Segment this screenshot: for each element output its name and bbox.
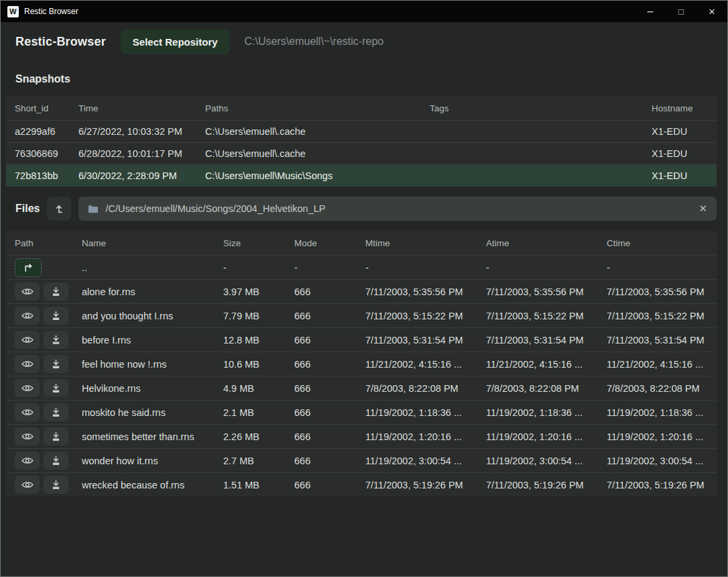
eye-icon	[21, 480, 34, 489]
file-size: 10.6 MB	[223, 359, 294, 370]
download-file-button[interactable]	[44, 282, 68, 301]
file-atime: 7/8/2003, 8:22:08 PM	[486, 383, 607, 394]
download-file-button[interactable]	[44, 452, 68, 470]
file-atime: 11/19/2002, 3:00:54 ...	[486, 456, 607, 466]
snapshots-section-title: Snapshots	[15, 73, 717, 85]
file-row: moskito he said.rns 2.1 MB 666 11/19/200…	[6, 400, 717, 424]
download-file-button[interactable]	[44, 427, 68, 445]
preview-file-button[interactable]	[15, 331, 40, 349]
maximize-button[interactable]: □	[666, 1, 696, 22]
preview-file-button[interactable]	[15, 379, 40, 397]
eye-icon	[21, 287, 34, 296]
window-controls: – □ ✕	[635, 1, 727, 22]
snapshot-time: 6/28/2022, 10:01:17 PM	[78, 148, 205, 159]
file-name: wonder how it.rns	[82, 456, 223, 466]
preview-file-button[interactable]	[15, 282, 40, 301]
file-mode: 666	[294, 383, 365, 394]
preview-file-button[interactable]	[15, 403, 40, 421]
close-button[interactable]: ✕	[696, 1, 727, 22]
eye-icon	[21, 408, 34, 417]
column-header-mode: Mode	[294, 238, 365, 248]
select-repository-button[interactable]: Select Repository	[121, 30, 230, 54]
file-mode: -	[294, 262, 365, 273]
column-header-mtime: Mtime	[365, 238, 486, 248]
column-header-name: Name	[82, 238, 223, 248]
download-file-button[interactable]	[44, 476, 68, 494]
file-ctime: 11/19/2002, 1:20:16 ...	[607, 431, 717, 442]
app-window: W Restic Browser – □ ✕ Restic-Browser Se…	[0, 0, 728, 577]
file-path-field[interactable]: /C/Users/emuell/Music/Songs/2004_Helveti…	[78, 197, 717, 221]
file-size: 2.26 MB	[223, 431, 294, 442]
snapshot-time: 6/30/2022, 2:28:09 PM	[78, 170, 205, 181]
preview-file-button[interactable]	[15, 452, 40, 470]
file-ctime: 7/11/2003, 5:35:56 PM	[607, 286, 717, 297]
snapshot-short-id: 76306869	[15, 148, 78, 159]
file-mtime: 7/11/2003, 5:31:54 PM	[365, 335, 486, 346]
file-atime: -	[486, 262, 607, 273]
column-header-path: Path	[15, 238, 82, 248]
download-file-button[interactable]	[44, 355, 68, 373]
snapshot-paths: C:\Users\emuell\Music\Songs	[205, 170, 430, 181]
file-size: 1.51 MB	[223, 480, 294, 490]
file-mode: 666	[294, 311, 365, 321]
file-mtime: 7/11/2003, 5:35:56 PM	[365, 286, 486, 297]
file-mode: 666	[294, 407, 365, 418]
download-file-button[interactable]	[44, 403, 68, 421]
file-size: 4.9 MB	[223, 383, 294, 394]
download-file-button[interactable]	[44, 379, 68, 397]
preview-file-button[interactable]	[15, 476, 40, 494]
file-ctime: 11/21/2002, 4:15:16 ...	[607, 359, 717, 370]
file-mtime: 7/11/2003, 5:19:26 PM	[365, 480, 486, 490]
path-up-button[interactable]	[47, 197, 71, 221]
file-size: 2.7 MB	[223, 456, 294, 466]
page-title: Restic-Browser	[15, 35, 106, 49]
file-size: 3.97 MB	[223, 286, 294, 297]
file-name: feel home now !.rns	[82, 359, 223, 370]
eye-icon	[21, 456, 34, 465]
column-header-atime: Atime	[486, 238, 607, 248]
file-atime: 11/19/2002, 1:18:36 ...	[486, 407, 607, 418]
column-header-size: Size	[223, 238, 294, 248]
file-mtime: 11/19/2002, 3:00:54 ...	[365, 456, 486, 466]
snapshot-paths: C:\Users\emuell\.cache	[205, 126, 430, 137]
parent-directory-row: .. - - - - -	[6, 255, 717, 279]
column-header-hostname: Hostname	[652, 103, 717, 113]
download-icon	[51, 311, 61, 321]
file-size: 2.1 MB	[223, 407, 294, 418]
clear-path-button[interactable]: ✕	[699, 203, 707, 215]
file-name: Helvikone.rns	[82, 383, 223, 394]
file-mode: 666	[294, 480, 365, 490]
download-file-button[interactable]	[44, 331, 68, 349]
snapshot-short-id: a2299af6	[15, 126, 78, 137]
main-content: Snapshots Short_id Time Paths Tags Hostn…	[1, 61, 727, 496]
file-size: -	[223, 262, 294, 273]
eye-icon	[21, 311, 34, 320]
go-to-parent-button[interactable]	[15, 258, 42, 277]
eye-icon	[21, 384, 34, 392]
download-icon	[51, 407, 61, 417]
minimize-button[interactable]: –	[635, 1, 666, 22]
file-mtime: 11/19/2002, 1:20:16 ...	[365, 431, 486, 442]
preview-file-button[interactable]	[15, 427, 40, 445]
file-ctime: 7/8/2003, 8:22:08 PM	[607, 383, 717, 394]
file-mode: 666	[294, 335, 365, 346]
titlebar: W Restic Browser – □ ✕	[1, 1, 727, 22]
file-name: sometimes better than.rns	[82, 431, 223, 442]
file-mtime: 11/19/2002, 1:18:36 ...	[365, 407, 486, 418]
download-icon	[51, 431, 61, 441]
snapshot-paths: C:\Users\emuell\.cache	[205, 148, 430, 159]
file-row: sometimes better than.rns 2.26 MB 666 11…	[6, 424, 717, 448]
snapshot-row[interactable]: 76306869 6/28/2022, 10:01:17 PM C:\Users…	[6, 142, 717, 164]
download-file-button[interactable]	[44, 307, 68, 325]
file-row: and you thought I.rns 7.79 MB 666 7/11/2…	[6, 303, 717, 327]
file-row: before I.rns 12.8 MB 666 7/11/2003, 5:31…	[6, 327, 717, 352]
snapshot-row-selected[interactable]: 72b813bb 6/30/2022, 2:28:09 PM C:\Users\…	[6, 164, 717, 187]
snapshot-row[interactable]: a2299af6 6/27/2022, 10:03:32 PM C:\Users…	[6, 120, 717, 142]
preview-file-button[interactable]	[15, 307, 40, 325]
preview-file-button[interactable]	[15, 355, 40, 373]
files-bar: Files /C/Users/emuell/Music/Songs/2004_H…	[6, 197, 717, 221]
file-mode: 666	[294, 286, 365, 297]
snapshot-short-id: 72b813bb	[15, 170, 78, 181]
arrow-up-from-bar-icon	[54, 203, 64, 214]
file-mtime: 11/21/2002, 4:15:16 ...	[365, 359, 486, 370]
